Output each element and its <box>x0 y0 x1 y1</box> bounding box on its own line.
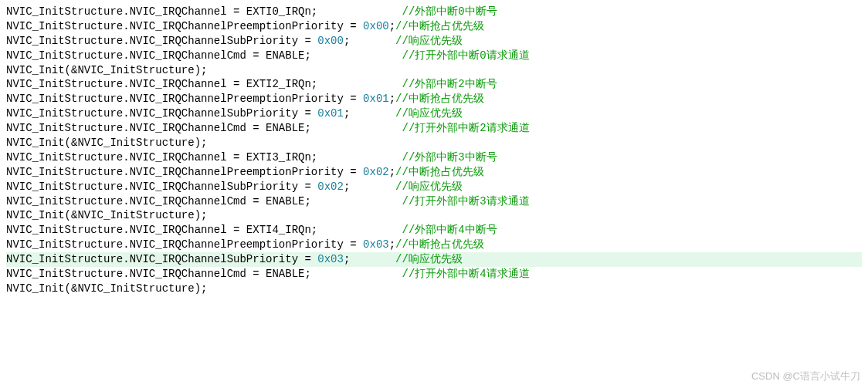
code-line: NVIC_InitStructure.NVIC_IRQChannel = EXT… <box>6 5 862 19</box>
code-line: NVIC_InitStructure.NVIC_IRQChannelPreemp… <box>6 165 862 180</box>
comment: //外部中断0中断号 <box>402 5 497 18</box>
code-line: NVIC_Init(&NVIC_InitStructure); <box>6 63 862 78</box>
code-line: NVIC_InitStructure.NVIC_IRQChannel = EXT… <box>6 223 862 238</box>
code-line: NVIC_InitStructure.NVIC_IRQChannelSubPri… <box>6 106 862 121</box>
comment: //中断抢占优先级 <box>395 238 484 251</box>
code-text: NVIC_InitStructure.NVIC_IRQChannelPreemp… <box>6 20 363 32</box>
code-block: NVIC_InitStructure.NVIC_IRQChannel = EXT… <box>0 0 868 298</box>
numeric-literal: 0x01 <box>363 93 389 105</box>
comment: //打开外部中断0请求通道 <box>402 49 529 62</box>
comment: //响应优先级 <box>395 181 463 193</box>
code-text: NVIC_InitStructure.NVIC_IRQChannelCmd = … <box>6 268 402 280</box>
code-text: NVIC_InitStructure.NVIC_IRQChannelSubPri… <box>6 107 317 120</box>
code-text: ; <box>344 107 395 120</box>
code-text: ; <box>344 35 395 47</box>
code-line: NVIC_Init(&NVIC_InitStructure); <box>6 208 862 223</box>
code-text: NVIC_InitStructure.NVIC_IRQChannelPreemp… <box>6 238 363 251</box>
code-text: ; <box>389 166 395 178</box>
numeric-literal: 0x02 <box>317 181 344 193</box>
comment: //响应优先级 <box>395 253 463 265</box>
code-line: NVIC_InitStructure.NVIC_IRQChannel = EXT… <box>6 150 862 165</box>
code-text: NVIC_Init(&NVIC_InitStructure); <box>6 209 207 221</box>
comment: //外部中断4中断号 <box>402 224 497 236</box>
code-line: NVIC_InitStructure.NVIC_IRQChannelCmd = … <box>6 49 862 63</box>
comment: //打开外部中断2请求通道 <box>402 122 529 134</box>
code-text: ; <box>389 238 395 251</box>
code-text: NVIC_Init(&NVIC_InitStructure); <box>6 282 207 295</box>
code-text: NVIC_InitStructure.NVIC_IRQChannelCmd = … <box>6 122 402 134</box>
code-text: NVIC_InitStructure.NVIC_IRQChannel = EXT… <box>6 78 402 90</box>
code-text: NVIC_InitStructure.NVIC_IRQChannelSubPri… <box>6 181 317 193</box>
code-line: NVIC_InitStructure.NVIC_IRQChannelCmd = … <box>6 194 862 209</box>
code-line: NVIC_InitStructure.NVIC_IRQChannelCmd = … <box>6 267 862 282</box>
code-line: NVIC_InitStructure.NVIC_IRQChannel = EXT… <box>6 77 862 92</box>
code-line: NVIC_Init(&NVIC_InitStructure); <box>6 282 862 296</box>
comment: //中断抢占优先级 <box>395 93 484 105</box>
code-text: NVIC_Init(&NVIC_InitStructure); <box>6 64 207 76</box>
numeric-literal: 0x03 <box>317 253 344 265</box>
comment: //中断抢占优先级 <box>395 166 484 178</box>
code-text: NVIC_InitStructure.NVIC_IRQChannelPreemp… <box>6 166 363 178</box>
code-line: NVIC_InitStructure.NVIC_IRQChannelPreemp… <box>6 19 862 34</box>
comment: //外部中断2中断号 <box>402 78 497 90</box>
comment: //中断抢占优先级 <box>395 20 484 32</box>
code-line: NVIC_InitStructure.NVIC_IRQChannelSubPri… <box>6 180 862 194</box>
comment: //打开外部中断4请求通道 <box>402 268 529 280</box>
code-text: NVIC_InitStructure.NVIC_IRQChannelCmd = … <box>6 49 402 62</box>
code-text: NVIC_Init(&NVIC_InitStructure); <box>6 137 207 149</box>
code-text: ; <box>389 20 395 32</box>
code-line: NVIC_InitStructure.NVIC_IRQChannelSubPri… <box>6 34 862 49</box>
code-text: NVIC_InitStructure.NVIC_IRQChannelSubPri… <box>6 253 317 265</box>
numeric-literal: 0x00 <box>317 35 344 47</box>
numeric-literal: 0x02 <box>363 166 389 178</box>
code-text: NVIC_InitStructure.NVIC_IRQChannel = EXT… <box>6 224 402 236</box>
comment: //响应优先级 <box>395 107 463 120</box>
comment: //响应优先级 <box>395 35 463 47</box>
code-text: NVIC_InitStructure.NVIC_IRQChannel = EXT… <box>6 151 402 164</box>
code-text: NVIC_InitStructure.NVIC_IRQChannelPreemp… <box>6 93 363 105</box>
code-text: ; <box>389 93 395 105</box>
numeric-literal: 0x03 <box>363 238 389 251</box>
code-line: NVIC_InitStructure.NVIC_IRQChannelPreemp… <box>6 238 862 252</box>
code-line: NVIC_InitStructure.NVIC_IRQChannelSubPri… <box>6 252 862 267</box>
code-text: ; <box>344 253 395 265</box>
code-text: NVIC_InitStructure.NVIC_IRQChannelSubPri… <box>6 35 317 47</box>
code-text: NVIC_InitStructure.NVIC_IRQChannelCmd = … <box>6 195 402 207</box>
numeric-literal: 0x00 <box>363 20 389 32</box>
code-line: NVIC_InitStructure.NVIC_IRQChannelCmd = … <box>6 121 862 136</box>
numeric-literal: 0x01 <box>317 107 344 120</box>
code-line: NVIC_InitStructure.NVIC_IRQChannelPreemp… <box>6 92 862 106</box>
code-line: NVIC_Init(&NVIC_InitStructure); <box>6 136 862 150</box>
code-text: ; <box>344 181 395 193</box>
code-text: NVIC_InitStructure.NVIC_IRQChannel = EXT… <box>6 5 402 18</box>
comment: //打开外部中断3请求通道 <box>402 195 529 207</box>
comment: //外部中断3中断号 <box>402 151 497 164</box>
